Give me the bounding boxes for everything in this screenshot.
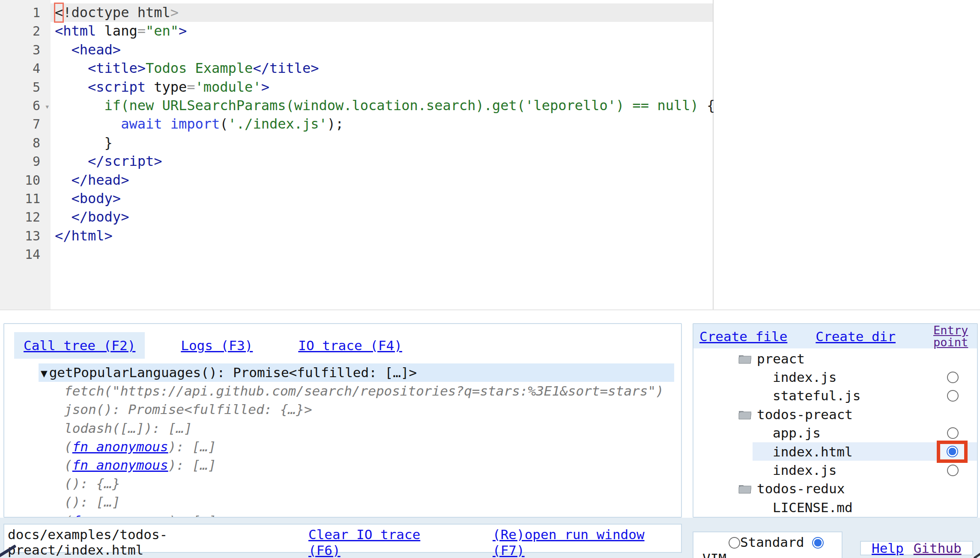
folder-icon [738, 353, 751, 364]
line-number: 11 [0, 189, 51, 208]
code-line: </head> [55, 171, 713, 189]
line-number: 1 [0, 3, 51, 22]
current-file-path: docs/examples/todos-preact/index.html [8, 527, 179, 558]
line-number: 5 [0, 78, 51, 96]
help-links: Help Github [860, 541, 973, 555]
tab-io-trace[interactable]: IO trace (F4) [289, 332, 412, 359]
call-label: getPopularLanguages(): Promise<fulfilled… [49, 365, 417, 380]
fn-anonymous-link[interactable]: fn anonymous [72, 513, 168, 518]
entry-point-radio[interactable] [947, 465, 959, 476]
fold-arrow-icon[interactable]: ▾ [45, 97, 50, 116]
call-tree-row[interactable]: (fn anonymous): […] [4, 438, 681, 456]
code-line [55, 245, 713, 264]
code-editor[interactable]: 1 2 3 4 5 6▾ 7 8 9 10 11 12 13 14 <!doct… [0, 0, 714, 309]
code-line: await import('./index.js'); [55, 115, 713, 133]
tree-row-file[interactable]: app.js [693, 424, 977, 442]
code-line: <body> [55, 189, 713, 208]
line-number: 6▾ [0, 96, 51, 115]
file-name: index.html [773, 444, 853, 459]
code-line: </body> [55, 208, 713, 226]
keymap-switcher: Standard VIM [693, 531, 843, 558]
line-number: 8 [0, 134, 51, 152]
tab-call-tree[interactable]: Call tree (F2) [14, 332, 145, 359]
editor-strip: 1 2 3 4 5 6▾ 7 8 9 10 11 12 13 14 <!doct… [0, 0, 980, 310]
file-name: index.js [773, 462, 837, 478]
entry-point-radio-checked[interactable] [947, 446, 958, 457]
create-dir-link[interactable]: Create dir [816, 329, 896, 344]
code-line: <title>Todos Example</title> [55, 59, 713, 78]
tab-logs[interactable]: Logs (F3) [171, 332, 262, 359]
tree-row-folder[interactable]: preact [693, 349, 977, 368]
tree-row-file-selected[interactable]: index.html [753, 442, 977, 461]
line-number: 14 [0, 245, 51, 264]
file-name: app.js [773, 425, 821, 441]
line-number: 9 [0, 152, 51, 171]
call-tree-panel: Call tree (F2) Logs (F3) IO trace (F4) ▼… [3, 323, 682, 518]
code-line: if(new URLSearchParams(window.location.s… [55, 96, 713, 115]
tree-row-folder[interactable]: todos-preact [693, 405, 977, 423]
file-panel-header: Create file Create dir Entry point [693, 324, 977, 348]
github-link[interactable]: Github [914, 540, 962, 556]
keymap-vim-label: VIM [702, 551, 726, 558]
folder-name: preact [757, 351, 805, 366]
line-number: 2 [0, 22, 51, 40]
line-number: 12 [0, 208, 51, 226]
folder-icon [738, 483, 751, 494]
tree-row-file[interactable]: index.js [693, 368, 977, 386]
folder-icon [738, 409, 751, 420]
file-panel: Create file Create dir Entry point preac… [693, 323, 978, 518]
tree-row-file[interactable]: LICENSE.md [693, 498, 977, 516]
keymap-vim-radio[interactable] [812, 537, 824, 549]
file-tree: preact index.js stateful.js todos-preact… [693, 349, 977, 517]
entry-point-radio[interactable] [947, 427, 959, 439]
line-number: 7 [0, 115, 51, 133]
line-number: 4 [0, 59, 51, 78]
tree-row-file[interactable]: index.js [693, 461, 977, 479]
clear-io-trace-link[interactable]: Clear IO trace (F6) [308, 527, 437, 558]
code-line: <script type='module'> [55, 78, 713, 96]
editor-gutter: 1 2 3 4 5 6▾ 7 8 9 10 11 12 13 14 [0, 0, 51, 309]
keymap-standard-label: Standard [740, 534, 804, 550]
code-line: </script> [55, 152, 713, 171]
call-tree-row[interactable]: ▼getPopularLanguages(): Promise<fulfille… [39, 363, 674, 382]
entry-point-radio[interactable] [947, 390, 959, 402]
line-number: 3 [0, 41, 51, 59]
call-tree: ▼getPopularLanguages(): Promise<fulfille… [4, 363, 681, 518]
file-name: index.js [773, 369, 837, 385]
call-tree-row[interactable]: fetch("https://api.github.com/search/rep… [4, 382, 681, 400]
folder-name: todos-redux [757, 481, 845, 496]
panel-tabs: Call tree (F2) Logs (F3) IO trace (F4) [14, 332, 412, 359]
fn-anonymous-link[interactable]: fn anonymous [72, 439, 168, 454]
code-line: </html> [55, 227, 713, 245]
code-area[interactable]: <!doctype html> <html lang="en"> <head> … [51, 0, 713, 264]
vim-block-cursor: < [55, 3, 63, 22]
tree-row-folder[interactable]: todos-redux [693, 480, 977, 498]
status-bar: docs/examples/todos-preact/index.html Cl… [0, 518, 980, 558]
code-line: <head> [55, 41, 713, 59]
call-tree-row[interactable]: (): {…} [4, 474, 681, 493]
call-tree-row[interactable]: lodash([…]): […] [4, 419, 681, 438]
expand-arrow-icon[interactable]: ▼ [41, 367, 49, 380]
file-name: stateful.js [773, 388, 860, 403]
entry-point-radio[interactable] [947, 372, 959, 383]
call-tree-row[interactable]: json(): Promise<fulfilled: {…}> [4, 400, 681, 419]
entry-point-link[interactable]: Entry point [933, 324, 973, 348]
folder-name: todos-preact [757, 407, 853, 422]
entry-point-marker [937, 441, 968, 463]
fn-anonymous-link[interactable]: fn anonymous [72, 457, 168, 473]
keymap-standard-radio[interactable] [729, 537, 740, 549]
file-name: LICENSE.md [773, 500, 853, 515]
call-tree-row[interactable]: (): […] [4, 493, 681, 511]
status-bar-main: docs/examples/todos-preact/index.html Cl… [3, 524, 682, 553]
call-tree-row[interactable]: (fn anonymous): […] [4, 456, 681, 474]
line-number: 13 [0, 227, 51, 245]
code-line: <html lang="en"> [55, 22, 713, 40]
leporello-app: 1 2 3 4 5 6▾ 7 8 9 10 11 12 13 14 <!doct… [0, 0, 980, 558]
help-link[interactable]: Help [872, 540, 904, 556]
code-line: <!doctype html> [55, 3, 713, 22]
call-tree-row[interactable]: (fn anonymous): […] [4, 512, 681, 518]
reopen-run-window-link[interactable]: (Re)open run window (F7) [493, 527, 662, 558]
create-file-link[interactable]: Create file [699, 329, 787, 344]
code-line: } [55, 134, 713, 152]
tree-row-file[interactable]: stateful.js [693, 387, 977, 405]
